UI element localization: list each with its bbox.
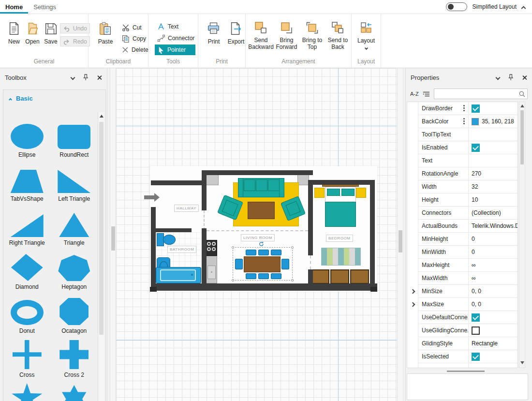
canvas-left-scrollbar[interactable] [110, 68, 116, 401]
property-row[interactable]: IsEnabled [407, 141, 517, 154]
wall[interactable] [202, 170, 313, 175]
send-backward-button[interactable]: Send Backward [249, 20, 273, 51]
property-row[interactable]: GlidingStyle Rectangle [407, 337, 517, 350]
bed[interactable] [325, 187, 356, 203]
property-row[interactable]: UseDefaultConne... [407, 311, 517, 324]
wall[interactable] [202, 170, 207, 210]
bed-blanket[interactable] [325, 202, 356, 227]
property-row[interactable]: DrawBorder [407, 102, 517, 115]
stove[interactable] [205, 240, 217, 256]
nightstand[interactable] [356, 188, 366, 198]
wall[interactable] [151, 207, 156, 291]
wall[interactable] [202, 228, 207, 283]
property-row[interactable]: IsSelected [407, 350, 517, 363]
checkbox-checked[interactable] [472, 313, 480, 322]
dining-chair[interactable] [258, 250, 269, 255]
bedroom-rug[interactable] [321, 248, 361, 266]
door-block[interactable] [297, 175, 309, 185]
copy-button[interactable]: Copy [119, 33, 151, 44]
wardrobe-unit[interactable] [330, 269, 349, 284]
checkbox-checked[interactable] [472, 104, 480, 113]
property-row[interactable]: Width 32 [407, 180, 517, 193]
entrance-arrow-icon[interactable] [144, 193, 160, 202]
undo-button[interactable]: Undo [60, 23, 90, 33]
text-tool-button[interactable]: Text [155, 21, 195, 32]
property-row[interactable]: RotationAngle 270 [407, 167, 517, 180]
property-row[interactable]: Connectors (Collection) [407, 207, 517, 220]
property-row[interactable]: MinHeight 0 [407, 233, 517, 246]
layout-button[interactable]: Layout [357, 20, 375, 49]
property-row[interactable]: Height 10 [407, 193, 517, 207]
dining-chair[interactable] [271, 250, 281, 255]
toolbox-item-left-triangle[interactable]: Left Triangle [51, 160, 98, 204]
room-label-hallway[interactable]: HALLWAY [174, 205, 199, 212]
properties-scroll-thumb[interactable] [520, 110, 524, 164]
toolbox-item-cross[interactable]: Cross [3, 336, 51, 380]
scroll-thumb[interactable] [111, 226, 115, 251]
toolbox-item-right-triangle[interactable]: Right Triangle [3, 204, 51, 248]
sort-alphabetical-button[interactable]: A-Z [410, 91, 419, 97]
selection-handle[interactable] [291, 246, 294, 249]
row-menu-icon[interactable] [463, 105, 465, 112]
diagram-canvas[interactable]: HALLWAY BATHROOM LIVING ROOM BEDROOM [116, 68, 397, 401]
property-row[interactable]: ActualBounds Telerik.Windows.Di [407, 220, 517, 233]
collapse-ribbon-icon[interactable] [521, 6, 526, 11]
wall[interactable] [156, 228, 192, 232]
wall[interactable] [370, 181, 375, 291]
checkbox-checked[interactable] [472, 144, 480, 152]
simplified-layout-toggle[interactable] [446, 2, 467, 11]
sofa[interactable] [238, 178, 284, 197]
expand-icon[interactable] [410, 289, 415, 294]
wardrobe-unit[interactable] [310, 269, 329, 284]
property-row[interactable]: UseGlidingConne... [407, 324, 517, 337]
delete-button[interactable]: Delete [119, 45, 151, 55]
coffee-table[interactable] [248, 202, 275, 219]
room-label-bedroom[interactable]: BEDROOM [326, 235, 353, 242]
toolbox-scroll-thumb[interactable] [99, 122, 103, 335]
wall[interactable] [151, 283, 377, 291]
paste-button[interactable]: Paste [95, 21, 116, 45]
kitchen-counter[interactable] [205, 256, 217, 283]
property-row[interactable]: MaxWidth ∞ [407, 272, 517, 285]
toolbox-item-donut[interactable]: Donut [3, 292, 51, 336]
toolbox-menu-icon[interactable] [71, 75, 75, 80]
room-label-bathroom[interactable]: BATHROOM [167, 246, 196, 253]
wall[interactable] [151, 180, 203, 185]
scroll-up-icon[interactable] [100, 115, 103, 118]
dining-chair[interactable] [246, 250, 256, 255]
property-row[interactable]: MinSize 0, 0 [407, 285, 517, 298]
redo-button[interactable]: Redo [60, 36, 90, 46]
toolbox-item-octagon[interactable]: Ocatagon [51, 292, 98, 336]
expand-icon[interactable] [410, 302, 415, 307]
wall[interactable] [308, 269, 313, 283]
scroll-thumb[interactable] [399, 230, 402, 252]
property-row[interactable]: MaxHeight ∞ [407, 259, 517, 272]
property-search-input[interactable] [434, 89, 517, 98]
toolbox-item-tabvsshape[interactable]: TabVsShape [3, 160, 51, 204]
property-row[interactable]: MaxSize 0, 0 [407, 298, 517, 311]
toolbox-close-icon[interactable] [97, 75, 102, 80]
dining-chair[interactable] [246, 273, 256, 279]
save-button[interactable]: Save [42, 21, 60, 45]
properties-pin-icon[interactable] [508, 74, 514, 81]
wall[interactable] [308, 180, 313, 255]
dining-chair[interactable] [235, 259, 243, 269]
dining-chair[interactable] [271, 273, 281, 279]
pointer-tool-button[interactable]: Pointer [155, 45, 195, 55]
checkbox-unchecked[interactable] [472, 327, 480, 335]
room-label-living-room[interactable]: LIVING ROOM [241, 234, 275, 241]
connector-tool-button[interactable]: Connector [155, 33, 195, 44]
wall[interactable] [308, 180, 375, 185]
toolbox-pin-icon[interactable] [83, 74, 89, 81]
panel-splitter[interactable] [407, 369, 525, 373]
properties-scrollbar[interactable] [519, 102, 525, 368]
toolbox-section-basic[interactable]: Basic [9, 95, 33, 102]
toolbox-item-diamond[interactable]: Diamond [3, 248, 51, 292]
properties-menu-icon[interactable] [496, 75, 501, 80]
categorize-icon[interactable] [423, 91, 430, 97]
property-row-partial[interactable] [407, 363, 517, 368]
door-block[interactable] [205, 175, 219, 185]
toilet-bowl[interactable] [163, 235, 176, 245]
toolbox-item-roundrect[interactable]: RoundRect [51, 116, 98, 160]
export-button[interactable]: Export [226, 21, 246, 45]
